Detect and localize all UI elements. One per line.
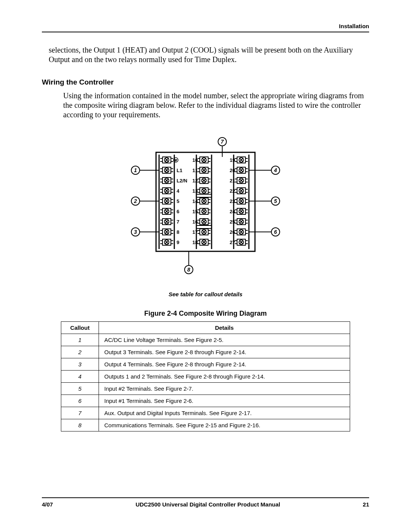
terminal-label: 5 [177, 198, 179, 204]
terminal-label: 22 [230, 188, 235, 194]
terminal-label: 19 [230, 157, 235, 163]
terminal-label: 11 [193, 168, 198, 173]
callout-3: 3 [134, 229, 137, 235]
section-header: Installation [42, 23, 369, 29]
wiring-body: Using the information contained in the m… [63, 91, 368, 120]
terminal-label: 8 [177, 229, 179, 235]
terminal-label: 21 [230, 178, 235, 184]
table-row: 2 Output 3 Terminals. See Figure 2-8 thr… [61, 346, 350, 358]
terminal-label: 20 [230, 168, 235, 173]
wiring-diagram: L1L2/N456789 101112131415161718 19202122… [42, 133, 369, 318]
table-row: 4 Outputs 1 and 2 Terminals. See Figure … [61, 371, 350, 383]
terminal-label: 24 [230, 209, 236, 214]
callout-detail: Input #1 Terminals. See Figure 2-6. [99, 395, 350, 407]
terminal-label: L2/N [177, 178, 187, 184]
terminal-label: 4 [177, 188, 180, 194]
terminal-label: 18 [193, 240, 198, 245]
footer-left: 4/07 [42, 501, 53, 508]
terminal-label: 10 [193, 157, 198, 163]
terminal-label: 27 [230, 240, 235, 245]
terminal-label: 9 [177, 240, 179, 245]
callout-detail: AC/DC Line Voltage Terminals. See Figure… [99, 334, 350, 346]
terminal-label: 16 [193, 219, 198, 225]
callout-num: 4 [61, 371, 99, 383]
terminal-label: 7 [177, 219, 179, 225]
table-row: 5 Input #2 Terminals. See Figure 2-7. [61, 383, 350, 395]
callout-detail: Output 4 Terminals. See Figure 2-8 throu… [99, 358, 350, 371]
callout-table: Callout Details 1 AC/DC Line Voltage Ter… [61, 321, 350, 431]
terminal-label: 26 [230, 229, 235, 235]
terminal-label: 23 [230, 198, 235, 204]
figure-note: See table for callout details [42, 291, 369, 297]
callout-detail: Communications Terminals. See Figure 2-1… [99, 419, 350, 431]
callout-num: 8 [61, 419, 99, 431]
callout-detail: Output 3 Terminals. See Figure 2-8 throu… [99, 346, 350, 358]
callout-num: 5 [61, 383, 99, 395]
table-row: 8 Communications Terminals. See Figure 2… [61, 419, 350, 431]
table-row: 6 Input #1 Terminals. See Figure 2-6. [61, 395, 350, 407]
col-callout: Callout [61, 322, 99, 334]
terminal-label: 25 [230, 219, 235, 225]
footer-center: UDC2500 Universal Digital Controller Pro… [53, 501, 363, 508]
col-details: Details [99, 322, 350, 334]
table-row: 1 AC/DC Line Voltage Terminals. See Figu… [61, 334, 350, 346]
callout-1: 1 [134, 167, 137, 173]
footer-right: 21 [363, 501, 369, 508]
terminal-label: 6 [177, 209, 179, 214]
terminal-label: 14 [193, 198, 198, 204]
figure-title: Figure 2-4 Composite Wiring Diagram [42, 310, 369, 318]
callout-num: 1 [61, 334, 99, 346]
terminal-label: 12 [193, 178, 198, 184]
wiring-heading: Wiring the Controller [42, 78, 369, 86]
page-footer: 4/07 UDC2500 Universal Digital Controlle… [42, 497, 369, 508]
terminal-label: 13 [193, 188, 198, 194]
callout-detail: Outputs 1 and 2 Terminals. See Figure 2-… [99, 371, 350, 383]
table-row: 3 Output 4 Terminals. See Figure 2-8 thr… [61, 358, 350, 371]
callout-num: 7 [61, 407, 99, 419]
callout-6: 6 [274, 229, 277, 235]
header-rule [42, 32, 369, 32]
callout-num: 3 [61, 358, 99, 371]
terminal-label: 17 [193, 229, 198, 235]
callout-2: 2 [134, 198, 137, 204]
callout-num: 2 [61, 346, 99, 358]
callout-7: 7 [221, 139, 224, 145]
callout-detail: Input #2 Terminals. See Figure 2-7. [99, 383, 350, 395]
terminal-label: L1 [177, 168, 182, 173]
terminal-label: 15 [193, 209, 198, 214]
page-content: Installation selections, the Output 1 (H… [42, 23, 369, 480]
callout-4: 4 [274, 167, 277, 173]
callout-detail: Aux. Output and Digital Inputs Terminals… [99, 407, 350, 419]
intro-paragraph: selections, the Output 1 (HEAT) and Outp… [49, 45, 368, 64]
callout-8: 8 [187, 267, 190, 273]
table-row: 7 Aux. Output and Digital Inputs Termina… [61, 407, 350, 419]
callout-5: 5 [274, 198, 277, 204]
callout-num: 6 [61, 395, 99, 407]
